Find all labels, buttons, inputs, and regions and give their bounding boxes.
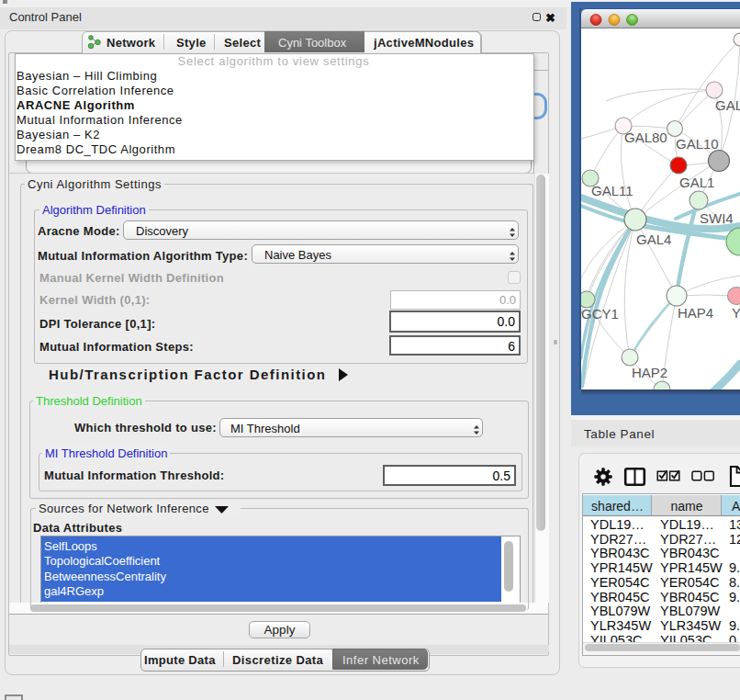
- svg-text:HAP4: HAP4: [678, 305, 713, 321]
- svg-text:GAL10: GAL10: [676, 136, 719, 152]
- svg-text:GCY1: GCY1: [581, 306, 619, 322]
- svg-text:GAL11: GAL11: [591, 183, 633, 198]
- svg-text:HAP2: HAP2: [632, 365, 667, 380]
- svg-text:GAL7: GAL7: [715, 97, 740, 113]
- svg-text:YJ: YJ: [732, 305, 740, 321]
- svg-text:GAL1: GAL1: [679, 175, 714, 190]
- svg-text:SWI4: SWI4: [700, 210, 734, 226]
- svg-text:GAL4: GAL4: [636, 231, 671, 247]
- svg-text:GAL80: GAL80: [624, 130, 667, 145]
